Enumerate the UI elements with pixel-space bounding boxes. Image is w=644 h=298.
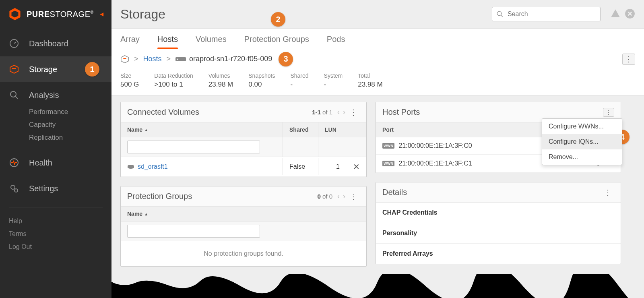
pg-name-filter-input[interactable] — [127, 225, 260, 238]
search-input[interactable] — [507, 10, 596, 18]
close-icon[interactable] — [625, 8, 635, 20]
menu-remove[interactable]: Remove... — [542, 149, 622, 165]
collapse-indicator-icon[interactable]: ◀ — [100, 11, 103, 17]
stat-volumes-value: 23.98 M — [208, 81, 233, 89]
pg-col-name[interactable]: Name▲ — [121, 207, 346, 221]
cv-name-filter-input[interactable] — [127, 141, 260, 153]
search-box[interactable] — [492, 7, 601, 21]
main-content: Storage 2 Array Hosts Volumes Protection… — [111, 0, 644, 298]
nav-analysis-sub: Performance Capacity Replication — [0, 106, 111, 144]
details-title: Details — [382, 188, 601, 197]
host-stats: Size500 G Data Reduction>100 to 1 Volume… — [111, 69, 644, 95]
stat-size-label: Size — [120, 72, 139, 79]
torn-edge-decoration — [111, 274, 644, 298]
array-root-icon[interactable] — [120, 55, 129, 64]
details-menu-button[interactable]: ⋮ — [601, 188, 614, 197]
tabs: Array Hosts Volumes Protection Groups Po… — [111, 28, 644, 49]
crumb-hosts-link[interactable]: Hosts — [143, 55, 162, 63]
nav-sub-performance[interactable]: Performance — [29, 106, 111, 118]
purestorage-logo-icon — [8, 7, 22, 21]
sidebar: PURESTORAGE® ◀ Dashboard Storage 1 Analy… — [0, 0, 111, 298]
crumb-sep: > — [167, 55, 171, 63]
svg-point-6 — [11, 185, 15, 189]
pg-prev-icon[interactable]: ‹ — [337, 192, 340, 201]
svg-marker-10 — [121, 55, 128, 62]
nav-analysis[interactable]: Analysis — [0, 82, 111, 108]
svg-point-7 — [14, 189, 18, 192]
connected-volumes-panel: Connected Volumes 1-1 of 1 ‹ › ⋮ Name▲ S… — [120, 102, 367, 177]
details-panel: Details ⋮ CHAP Credentials Personality P… — [376, 182, 621, 264]
menu-configure-wwns[interactable]: Configure WWNs... — [542, 119, 622, 134]
host-ports-panel: Host Ports ⋮ Port WWN 21:00:00:0E:1E:1A:… — [376, 102, 621, 173]
annotation-1: 1 — [85, 62, 99, 77]
magnify-icon — [9, 90, 19, 100]
pg-empty-message: No protection groups found. — [121, 241, 366, 266]
cv-volume-link[interactable]: sd_orasft1 — [138, 163, 168, 170]
detail-chap[interactable]: CHAP Credentials — [376, 203, 621, 223]
cv-col-shared[interactable]: Shared — [283, 122, 318, 137]
heartbeat-icon — [9, 157, 19, 168]
stat-system-label: System — [324, 72, 343, 79]
detail-personality[interactable]: Personality — [376, 223, 621, 244]
nav-health[interactable]: Health — [0, 150, 111, 176]
protection-groups-panel: Protection Groups 0 of 0 ‹ › ⋮ Name▲ — [120, 186, 367, 267]
cv-col-lun[interactable]: LUN — [318, 122, 346, 137]
search-icon — [496, 10, 504, 18]
crumb-current: oraprod-sn1-r720-f05-009 — [189, 55, 272, 63]
crumb-sep: > — [134, 55, 138, 63]
stat-shared-value: - — [290, 81, 308, 89]
stat-system-value: - — [324, 81, 343, 89]
menu-configure-iqns[interactable]: Configure IQNs... — [542, 134, 622, 149]
svg-marker-3 — [10, 65, 18, 73]
gauge-icon — [9, 38, 19, 49]
stat-size-value: 500 G — [120, 81, 139, 89]
cv-menu-button[interactable]: ⋮ — [347, 108, 360, 116]
footer-terms[interactable]: Terms — [9, 228, 103, 240]
gears-icon — [9, 183, 19, 194]
breadcrumb-menu-button[interactable]: ⋮ — [622, 54, 635, 65]
nav-sub-capacity[interactable]: Capacity — [29, 118, 111, 131]
nav-settings[interactable]: Settings — [0, 176, 111, 201]
hp-dropdown-menu: Configure WWNs... Configure IQNs... Remo… — [542, 118, 622, 165]
cv-prev-icon[interactable]: ‹ — [337, 108, 340, 116]
tab-array[interactable]: Array — [120, 30, 140, 49]
nav-dashboard-label: Dashboard — [29, 39, 68, 48]
stat-shared-label: Shared — [290, 72, 308, 79]
annotation-2: 2 — [271, 12, 285, 27]
cv-next-icon[interactable]: › — [343, 108, 345, 116]
alert-icon[interactable] — [610, 8, 621, 20]
nav-analysis-label: Analysis — [29, 91, 59, 100]
panels-grid: Connected Volumes 1-1 of 1 ‹ › ⋮ Name▲ S… — [111, 95, 644, 273]
cv-remove-button[interactable]: ✕ — [346, 157, 366, 176]
svg-point-8 — [497, 11, 502, 16]
pg-menu-button[interactable]: ⋮ — [347, 192, 360, 201]
stat-volumes-label: Volumes — [208, 72, 233, 79]
nav-dashboard[interactable]: Dashboard — [0, 31, 111, 56]
wwn-tag-icon: WWN — [382, 161, 394, 166]
svg-point-4 — [10, 91, 16, 97]
tab-volumes[interactable]: Volumes — [196, 30, 227, 49]
breadcrumb: > Hosts > oraprod-sn1-r720-f05-009 3 ⋮ — [111, 49, 644, 69]
tab-protection-groups[interactable]: Protection Groups — [244, 30, 309, 49]
hp-port-value: 21:00:00:0E:1E:1A:3F:C0 — [398, 142, 472, 149]
footer-help[interactable]: Help — [9, 215, 103, 228]
detail-preferred-arrays[interactable]: Preferred Arrays — [376, 244, 621, 264]
cv-col-name[interactable]: Name▲ — [121, 122, 283, 137]
brand-text: PURESTORAGE® — [27, 10, 93, 19]
cv-pager: 1-1 of 1 — [312, 109, 332, 116]
sort-asc-icon: ▲ — [144, 212, 148, 216]
nav-storage[interactable]: Storage 1 — [0, 56, 111, 82]
stat-snapshots-value: 0.00 — [248, 81, 275, 89]
connected-volumes-title: Connected Volumes — [127, 108, 312, 117]
storage-icon — [9, 64, 19, 74]
pg-next-icon[interactable]: › — [343, 192, 345, 201]
footer-logout[interactable]: Log Out — [9, 240, 103, 253]
pg-title: Protection Groups — [127, 192, 317, 201]
nav-sub-replication[interactable]: Replication — [29, 131, 111, 144]
tab-hosts[interactable]: Hosts — [157, 30, 178, 49]
topbar-icons — [606, 8, 635, 20]
hp-menu-button[interactable]: ⋮ — [603, 108, 614, 117]
tab-pods[interactable]: Pods — [327, 30, 345, 49]
brand-logo: PURESTORAGE® ◀ — [0, 0, 111, 28]
svg-point-12 — [177, 58, 178, 60]
